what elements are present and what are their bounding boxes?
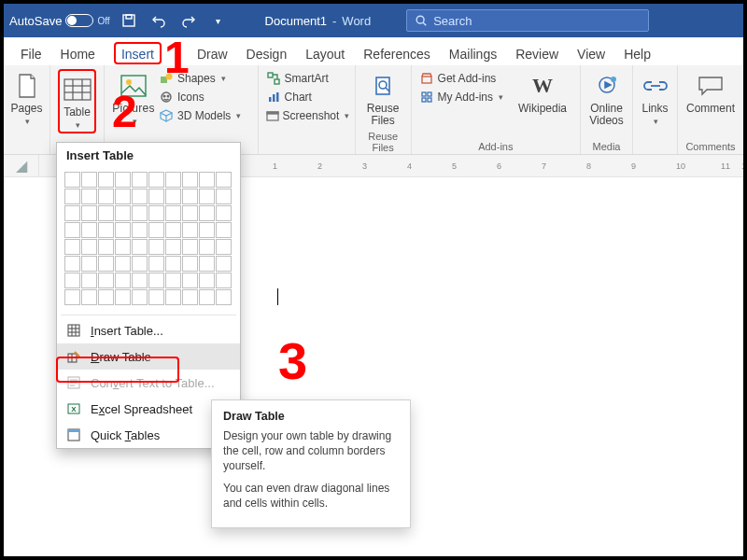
grid-cell[interactable] <box>81 189 97 204</box>
grid-cell[interactable] <box>64 172 80 188</box>
grid-cell[interactable] <box>132 205 148 221</box>
grid-cell[interactable] <box>115 222 131 238</box>
grid-cell[interactable] <box>64 273 80 288</box>
qat-dropdown-icon[interactable]: ▾ <box>207 9 230 32</box>
insert-table-item[interactable]: Insert Table... <box>57 317 240 343</box>
grid-cell[interactable] <box>81 256 97 272</box>
tab-draw[interactable]: Draw <box>188 41 237 65</box>
grid-cell[interactable] <box>182 205 198 221</box>
grid-cell[interactable] <box>98 189 114 204</box>
grid-cell[interactable] <box>182 273 198 288</box>
search-box[interactable]: Search <box>406 9 649 32</box>
grid-cell[interactable] <box>199 289 215 305</box>
grid-cell[interactable] <box>64 222 80 238</box>
grid-cell[interactable] <box>132 273 148 288</box>
screenshot-button[interactable]: Screenshot▾ <box>266 108 347 123</box>
grid-cell[interactable] <box>132 289 148 305</box>
grid-cell[interactable] <box>98 239 114 255</box>
grid-cell[interactable] <box>148 273 164 288</box>
grid-cell[interactable] <box>64 256 80 272</box>
grid-cell[interactable] <box>148 289 164 305</box>
grid-cell[interactable] <box>64 289 80 305</box>
grid-cell[interactable] <box>182 222 198 238</box>
grid-cell[interactable] <box>216 239 232 255</box>
grid-cell[interactable] <box>81 222 97 238</box>
tab-help[interactable]: Help <box>614 41 660 65</box>
grid-cell[interactable] <box>64 189 80 204</box>
grid-cell[interactable] <box>165 256 181 272</box>
grid-cell[interactable] <box>132 239 148 255</box>
grid-cell[interactable] <box>81 239 97 255</box>
grid-cell[interactable] <box>115 256 131 272</box>
save-icon[interactable] <box>118 9 140 32</box>
grid-cell[interactable] <box>182 172 198 188</box>
grid-cell[interactable] <box>199 256 215 272</box>
grid-cell[interactable] <box>182 289 198 305</box>
tab-insert[interactable]: Insert <box>105 41 171 65</box>
grid-cell[interactable] <box>182 239 198 255</box>
grid-cell[interactable] <box>216 289 232 305</box>
grid-cell[interactable] <box>115 239 131 255</box>
grid-cell[interactable] <box>148 205 164 221</box>
tab-review[interactable]: Review <box>506 41 568 65</box>
grid-cell[interactable] <box>199 189 215 204</box>
grid-cell[interactable] <box>199 273 215 288</box>
grid-cell[interactable] <box>216 189 232 204</box>
grid-cell[interactable] <box>81 273 97 288</box>
grid-cell[interactable] <box>98 205 114 221</box>
online-videos-button[interactable]: Online Videos <box>588 69 625 129</box>
3dmodels-button[interactable]: 3D Models▾ <box>159 108 241 123</box>
wikipedia-button[interactable]: W Wikipedia <box>513 69 572 117</box>
grid-cell[interactable] <box>165 239 181 255</box>
grid-cell[interactable] <box>216 256 232 272</box>
tab-view[interactable]: View <box>568 41 614 65</box>
grid-cell[interactable] <box>115 289 131 305</box>
autosave-toggle[interactable]: AutoSave Off <box>9 14 110 28</box>
grid-cell[interactable] <box>98 222 114 238</box>
icons-button[interactable]: Icons <box>159 90 241 105</box>
links-button[interactable]: Links ▾ <box>641 69 669 128</box>
grid-cell[interactable] <box>81 289 97 305</box>
grid-cell[interactable] <box>199 205 215 221</box>
grid-cell[interactable] <box>165 172 181 188</box>
draw-table-item[interactable]: Draw Table <box>57 343 240 370</box>
table-size-grid[interactable] <box>57 168 240 313</box>
grid-cell[interactable] <box>115 273 131 288</box>
grid-cell[interactable] <box>148 222 164 238</box>
grid-cell[interactable] <box>216 205 232 221</box>
grid-cell[interactable] <box>115 189 131 204</box>
grid-cell[interactable] <box>148 256 164 272</box>
grid-cell[interactable] <box>165 289 181 305</box>
tab-layout[interactable]: Layout <box>296 41 354 65</box>
chart-button[interactable]: Chart <box>266 90 347 105</box>
grid-cell[interactable] <box>64 205 80 221</box>
grid-cell[interactable] <box>81 172 97 188</box>
grid-cell[interactable] <box>148 239 164 255</box>
undo-icon[interactable] <box>148 9 170 32</box>
grid-cell[interactable] <box>199 239 215 255</box>
grid-cell[interactable] <box>98 256 114 272</box>
grid-cell[interactable] <box>98 273 114 288</box>
grid-cell[interactable] <box>182 189 198 204</box>
tab-design[interactable]: Design <box>237 41 297 65</box>
comment-button[interactable]: Comment <box>685 69 736 117</box>
grid-cell[interactable] <box>165 222 181 238</box>
grid-cell[interactable] <box>165 205 181 221</box>
grid-cell[interactable] <box>148 172 164 188</box>
redo-icon[interactable] <box>177 9 200 32</box>
grid-cell[interactable] <box>182 256 198 272</box>
grid-cell[interactable] <box>64 239 80 255</box>
grid-cell[interactable] <box>216 273 232 288</box>
smartart-button[interactable]: SmartArt <box>266 71 347 86</box>
grid-cell[interactable] <box>216 222 232 238</box>
grid-cell[interactable] <box>132 189 148 204</box>
grid-cell[interactable] <box>98 172 114 188</box>
table-button[interactable]: Table ▾ <box>62 73 92 132</box>
grid-cell[interactable] <box>115 205 131 221</box>
grid-cell[interactable] <box>199 172 215 188</box>
tab-mailings[interactable]: Mailings <box>440 41 506 65</box>
grid-cell[interactable] <box>81 205 97 221</box>
grid-cell[interactable] <box>132 222 148 238</box>
grid-cell[interactable] <box>148 189 164 204</box>
tab-references[interactable]: References <box>354 41 440 65</box>
